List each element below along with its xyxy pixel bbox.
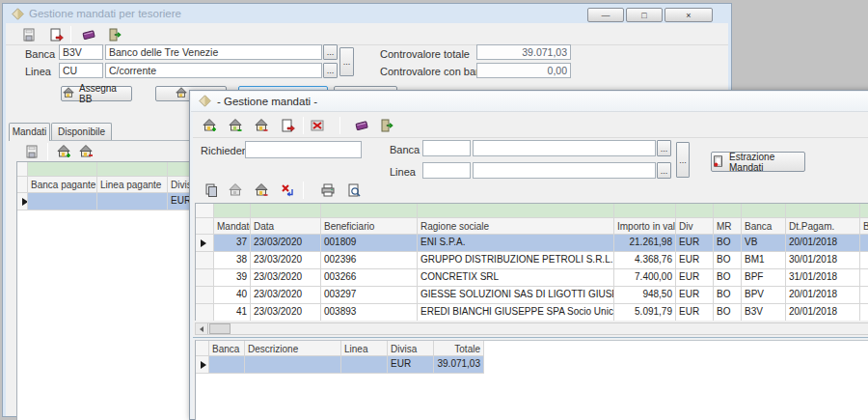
row-indicator — [196, 287, 214, 304]
banca-label: Banca — [390, 144, 420, 155]
banca-label: Banca — [25, 48, 55, 60]
close-button[interactable]: × — [665, 8, 713, 22]
linea-code-field[interactable] — [59, 63, 103, 78]
app-diamond-icon — [12, 8, 24, 20]
house-gold-icon[interactable] — [253, 182, 270, 199]
toolbar-separator — [47, 143, 48, 160]
house-add-icon[interactable] — [55, 143, 72, 160]
toolbar-separator — [70, 26, 71, 43]
copy-icon[interactable] — [203, 182, 220, 199]
house-refresh-icon[interactable] — [227, 117, 244, 134]
totals-grid: BancaDescrizioneLineaDivisaTotaleEUR39.0… — [195, 340, 868, 420]
remove-arrow-icon[interactable] — [279, 182, 296, 199]
controvalore-totale-label: Controvalore totale — [380, 48, 470, 60]
row-indicator — [196, 304, 214, 321]
grid-band — [196, 204, 868, 218]
preview-icon[interactable] — [345, 182, 363, 199]
table-row[interactable]: 3923/03/2020003266CONCRETIX SRL7.400,00E… — [196, 269, 868, 287]
linea-desc-input[interactable] — [473, 162, 656, 179]
banca-lookup-button[interactable]: ... — [323, 44, 338, 60]
linea-lookup-button[interactable]: ... — [323, 63, 338, 78]
banca-code-input[interactable] — [422, 140, 471, 156]
banca-lookup-button[interactable]: ... — [657, 140, 671, 156]
banca-code-field[interactable] — [59, 44, 103, 60]
advanced-lookup-button[interactable]: ... — [339, 47, 354, 76]
toolbar-separator — [303, 117, 304, 134]
save-icon[interactable] — [23, 143, 41, 160]
house-add-icon[interactable] — [201, 117, 218, 134]
linea-label: Linea — [390, 166, 416, 178]
selected-row-arrow-icon — [201, 239, 206, 247]
row-indicator — [196, 269, 214, 287]
doc-exit-icon[interactable] — [47, 26, 65, 43]
tab-mandati[interactable]: Mandati — [9, 123, 50, 141]
house-delete-icon[interactable] — [77, 143, 95, 160]
extract-doc-icon — [712, 154, 725, 170]
house-icon — [175, 86, 188, 101]
table-row[interactable]: 3823/03/2020002396GRUPPO DISTRIBUZIONE P… — [196, 252, 868, 269]
row-indicator — [196, 356, 209, 374]
linea-label: Linea — [25, 66, 51, 77]
exit-door-icon[interactable] — [377, 117, 394, 134]
banca-desc-input[interactable] — [473, 140, 656, 156]
front-grid-toolbar — [193, 181, 405, 202]
back-grid-toolbar — [9, 142, 202, 161]
row-indicator — [196, 252, 214, 269]
table-row[interactable]: 4123/03/2020003893EREDI BIANCHI GIUSEPPE… — [196, 304, 868, 321]
advanced-lookup-button[interactable]: ... — [676, 142, 690, 178]
assegna-bb-button[interactable]: Assegna BB — [61, 86, 132, 101]
house-icon — [62, 86, 75, 101]
table-row[interactable]: 3723/03/2020001809ENI S.P.A.21.261,98EUR… — [196, 235, 868, 252]
toolbar-separator — [303, 182, 304, 199]
selected-row-arrow-icon — [201, 361, 206, 369]
grid-header-row: BancaDescrizioneLineaDivisaTotale — [196, 341, 868, 356]
window-gestione-mandati: - Gestione mandati - Richiedente Banca .… — [189, 90, 868, 420]
save-icon[interactable] — [20, 26, 38, 43]
mandati-grid: MandatoDataBeneficiarioRagione socialeIm… — [195, 203, 868, 321]
house-gold-icon[interactable] — [253, 117, 270, 134]
controvalore-totale-field — [476, 44, 571, 60]
back-toolbar — [6, 23, 728, 45]
linea-code-input[interactable] — [422, 162, 471, 179]
minimize-button[interactable]: — — [587, 8, 624, 22]
exit-door-icon[interactable] — [105, 26, 122, 43]
doc-exit-icon[interactable] — [279, 117, 296, 134]
print-icon[interactable] — [319, 182, 337, 199]
linea-desc-field[interactable] — [105, 63, 322, 78]
app-diamond-icon — [199, 95, 211, 107]
controvalore-banca-field — [476, 63, 571, 78]
help-book-icon[interactable] — [80, 26, 97, 43]
toolbar-separator — [339, 117, 340, 134]
house-gray-icon[interactable] — [227, 182, 244, 199]
table-row[interactable]: 4023/03/2020003297GIESSE SOLUZIONI SAS D… — [196, 287, 868, 304]
help-book-icon[interactable] — [353, 117, 370, 134]
delete-x-icon[interactable] — [309, 117, 326, 134]
front-toolbar — [193, 112, 868, 138]
tab-disponibile[interactable]: Disponibile — [51, 123, 112, 140]
richiedente-input[interactable] — [245, 141, 362, 158]
grid-header-row: MandatoDataBeneficiarioRagione socialeIm… — [196, 218, 868, 235]
front-window-content: Richiedente Banca ... Linea ... ... Estr… — [193, 112, 868, 419]
row-indicator — [196, 235, 214, 252]
window-title: Gestione mandati per tesoriere — [29, 8, 181, 19]
banca-desc-field[interactable] — [105, 44, 322, 60]
maximize-button[interactable]: □ — [626, 8, 663, 22]
front-titlebar: - Gestione mandati - — [191, 92, 868, 112]
estrazione-mandati-button[interactable]: Estrazione Mandati — [711, 152, 805, 172]
horizontal-scrollbar[interactable] — [195, 322, 868, 335]
scroll-left-button[interactable] — [196, 323, 208, 334]
window-title: - Gestione mandati - — [217, 96, 317, 107]
panel-divider — [193, 337, 868, 339]
table-row[interactable]: EUR39.071,03 — [196, 356, 868, 374]
row-indicator — [17, 193, 28, 210]
scrollbar-thumb[interactable] — [209, 323, 231, 334]
linea-lookup-button[interactable]: ... — [657, 162, 671, 179]
